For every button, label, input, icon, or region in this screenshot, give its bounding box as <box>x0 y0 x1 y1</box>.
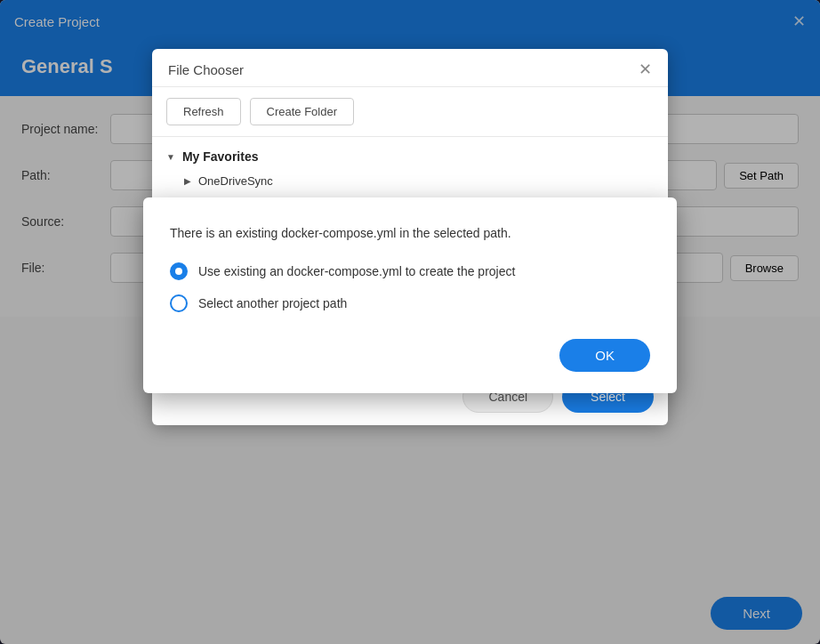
docker-dialog: There is an existing docker-compose.yml … <box>143 197 677 393</box>
radio-select-another-label: Select another project path <box>198 296 347 310</box>
radio-circle-use-existing <box>170 262 188 280</box>
radio-group: Use existing an docker-compose.yml to cr… <box>170 262 650 312</box>
docker-dialog-message: There is an existing docker-compose.yml … <box>170 224 650 243</box>
docker-dialog-overlay: There is an existing docker-compose.yml … <box>0 0 820 644</box>
radio-select-another[interactable]: Select another project path <box>170 294 650 312</box>
radio-use-existing-label: Use existing an docker-compose.yml to cr… <box>198 264 515 278</box>
radio-use-existing[interactable]: Use existing an docker-compose.yml to cr… <box>170 262 650 280</box>
ok-button[interactable]: OK <box>559 339 650 372</box>
radio-circle-select-another <box>170 294 188 312</box>
docker-dialog-footer: OK <box>170 339 650 372</box>
